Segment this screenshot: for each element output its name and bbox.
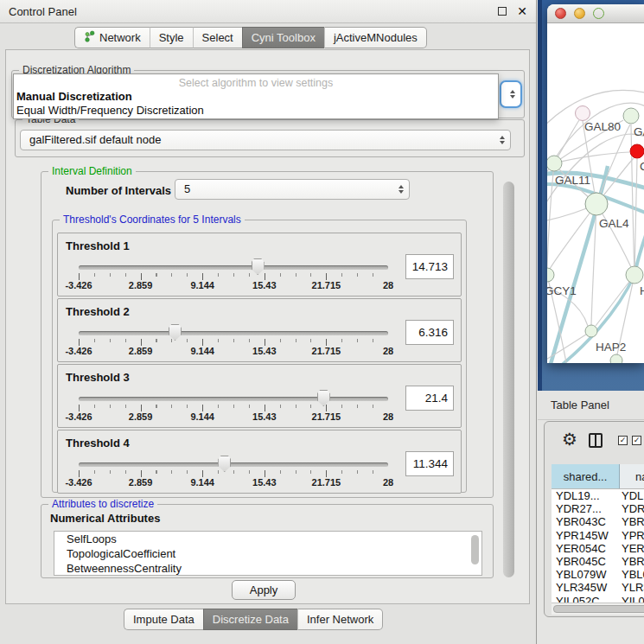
scale-label: 21.715 — [312, 477, 341, 488]
zoom-traffic-light-icon[interactable] — [593, 8, 604, 19]
table-row[interactable]: YDL19...YDL1 — [552, 489, 644, 502]
right-side-panel: GAL80GACGAL11GAL4GCY1HHAP2 Table Panel ⚙… — [538, 0, 644, 644]
column-layout-icon[interactable] — [589, 433, 603, 448]
checkbox-icon[interactable]: ✓ — [632, 436, 641, 445]
algorithm-combobox-focus-ring[interactable] — [500, 80, 522, 108]
scale-label: 9.144 — [190, 346, 214, 356]
close-traffic-light-icon[interactable] — [555, 8, 566, 19]
apply-button[interactable]: Apply — [232, 580, 296, 600]
threshold-slider[interactable]: -3.4262.8599.14415.4321.71528 — [79, 397, 388, 402]
table-data-combobox[interactable]: galFiltered.sif default node — [20, 130, 511, 150]
algorithm-option-equal-width-frequency[interactable]: Equal Width/Frequency Discretization — [14, 103, 498, 117]
algorithm-option-manual-discretization[interactable]: Manual Discretization — [14, 89, 498, 103]
tab-network[interactable]: Network — [74, 27, 150, 48]
panel-divider-strip — [538, 0, 542, 391]
scale-label: 15.43 — [252, 280, 277, 290]
thresholds-group: Threshold's Coordinates for 5 Intervals … — [52, 220, 467, 493]
cell-name: YDL1 — [620, 489, 644, 502]
network-node[interactable] — [610, 354, 622, 363]
network-node-ga[interactable] — [623, 108, 639, 124]
content-vertical-scrollbar[interactable] — [503, 182, 514, 577]
node-table-rows: YDL19...YDL1YDR27...YDR2YBR043CYBR0YPR14… — [552, 489, 644, 603]
cell-shared-name: YER054C — [552, 542, 620, 555]
attributes-list-scrollbar[interactable] — [471, 535, 479, 564]
threshold-value-field[interactable]: 21.4 — [405, 386, 454, 411]
tab-select[interactable]: Select — [193, 27, 242, 48]
network-node-hap2[interactable] — [585, 325, 597, 337]
cell-name: YDR2 — [620, 502, 644, 515]
table-row[interactable]: YBL079WYBL0 — [552, 568, 644, 581]
attribute-list-item[interactable]: TopologicalCoefficient — [54, 546, 481, 561]
table-row[interactable]: YPR145WYPR1 — [552, 529, 644, 542]
slider-track[interactable] — [79, 462, 388, 467]
cell-name: YBR0 — [620, 515, 644, 528]
tab-cyni-toolbox[interactable]: Cyni Toolbox — [242, 27, 324, 48]
threshold-slider[interactable]: -3.4262.8599.14415.4321.71528 — [79, 265, 388, 271]
slider-track[interactable] — [79, 265, 388, 270]
table-row[interactable]: YBR045CYBR0 — [552, 555, 644, 568]
scale-label: 2.859 — [129, 411, 153, 422]
table-row[interactable]: YLR345WYLR3 — [552, 581, 644, 594]
table-horizontal-scrollbar-thumb[interactable] — [553, 605, 644, 613]
number-of-intervals-label: Number of Intervals — [66, 184, 171, 197]
network-canvas[interactable]: GAL80GACGAL11GAL4GCY1HHAP2 — [547, 24, 644, 363]
tab-infer-network[interactable]: Infer Network — [297, 609, 383, 630]
scale-label: 15.43 — [252, 411, 277, 422]
checkbox-icon[interactable]: ✓ — [618, 436, 628, 445]
cyni-toolbox-content: Discretization Algorithm Select algorith… — [5, 49, 530, 604]
tab-impute-data[interactable]: Impute Data — [124, 609, 203, 630]
cell-name: YIL0 — [620, 595, 644, 603]
network-edge — [634, 159, 637, 275]
minimize-traffic-light-icon[interactable] — [574, 8, 585, 19]
threshold-value-field[interactable]: 6.316 — [405, 320, 454, 345]
network-node-gcy1[interactable] — [547, 268, 554, 282]
network-node-label: GAL80 — [584, 120, 621, 133]
threshold-slider[interactable]: -3.4262.8599.14415.4321.71528 — [79, 462, 388, 468]
cell-shared-name: YDL19... — [552, 489, 620, 502]
tab-discretize-data[interactable]: Discretize Data — [203, 609, 297, 630]
network-node-c[interactable] — [630, 144, 644, 158]
network-view-background: GAL80GACGAL11GAL4GCY1HHAP2 — [538, 0, 644, 391]
network-node-label: GAL4 — [599, 217, 629, 230]
network-node-gal4[interactable] — [585, 193, 608, 215]
close-panel-icon[interactable]: ✕ — [517, 4, 527, 18]
node-table: shared... na YDL19...YDL1YDR27...YDR2YBR… — [552, 464, 644, 603]
table-horizontal-scrollbar[interactable] — [552, 603, 644, 615]
control-panel: Control Panel ✕ NetworkStyleSelectCyni T… — [0, 0, 537, 644]
threshold-slider[interactable]: -3.4262.8599.14415.4321.71528 — [79, 331, 388, 336]
cell-shared-name: YBR045C — [552, 555, 620, 568]
tab-style[interactable]: Style — [150, 27, 193, 48]
tab-label: Impute Data — [133, 613, 194, 626]
threshold-value-field[interactable]: 14.713 — [405, 254, 454, 279]
network-node-h[interactable] — [626, 266, 643, 284]
attribute-list-item[interactable]: BetweennessCentrality — [54, 561, 481, 576]
slider-track[interactable] — [79, 331, 388, 335]
table-row[interactable]: YBR043CYBR0 — [552, 515, 644, 528]
scale-label: 21.715 — [312, 280, 341, 290]
threshold-4-panel: Threshold 4-3.4262.8599.14415.4321.71528… — [57, 430, 462, 494]
column-header-shared-name[interactable]: shared... — [552, 464, 620, 488]
attribute-list-item[interactable]: SelfLoops — [54, 532, 481, 546]
threshold-value-field[interactable]: 11.344 — [405, 451, 454, 476]
slider-track[interactable] — [79, 397, 388, 401]
table-row[interactable]: YDR27...YDR2 — [552, 502, 644, 515]
combo-arrows-icon — [510, 90, 515, 99]
threshold-label: Threshold 4 — [66, 437, 130, 450]
numerical-attributes-list[interactable]: SelfLoopsTopologicalCoefficientBetweenne… — [54, 531, 482, 576]
table-row[interactable]: YER054CYER0 — [552, 542, 644, 555]
table-panel-container: ⚙ ✓ ✓ shared... na YDL19...YDL1YDR27...Y… — [544, 421, 644, 617]
gear-icon[interactable]: ⚙ — [562, 429, 577, 450]
scale-label: -3.426 — [65, 477, 92, 488]
cell-shared-name: YLR345W — [552, 581, 620, 594]
table-row[interactable]: YIL052CYIL0 — [552, 595, 644, 603]
network-node-gal80[interactable] — [576, 106, 590, 121]
cell-shared-name: YBR043C — [552, 515, 620, 528]
scale-label: 9.144 — [190, 280, 214, 290]
scale-label: 28 — [383, 280, 393, 290]
network-node-gal11[interactable] — [547, 156, 562, 171]
column-header-name[interactable]: na — [620, 464, 644, 488]
float-window-icon[interactable] — [498, 7, 507, 16]
number-of-intervals-combobox[interactable]: 5 — [175, 179, 410, 200]
tab-jactivemnodules[interactable]: jActiveMNodules — [324, 27, 427, 48]
cell-shared-name: YBL079W — [552, 568, 620, 581]
